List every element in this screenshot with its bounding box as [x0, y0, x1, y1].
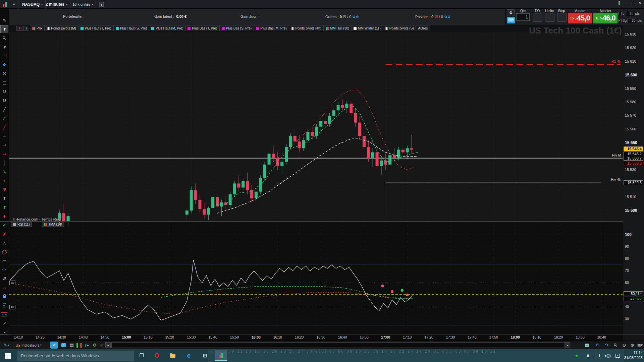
- tool-lock-icon[interactable]: [0, 293, 8, 301]
- chat-button[interactable]: ⋯: [60, 342, 67, 349]
- tool-magnet-icon[interactable]: ∩: [0, 284, 8, 292]
- panel-divider[interactable]: [0, 221, 644, 222]
- stop-order-button[interactable]: ↑↓: [557, 13, 567, 22]
- tool-fibonacci-icon[interactable]: ≡F: [0, 177, 8, 185]
- limit-checkbox[interactable]: [618, 12, 622, 15]
- task-view-button[interactable]: ❐: [136, 350, 147, 361]
- timeframe-dropdown[interactable]: 2 minutes ▾: [43, 0, 70, 9]
- taskbar-edge[interactable]: e: [183, 350, 195, 361]
- search-input[interactable]: Rechercher sur le web et dans Windows: [17, 351, 134, 361]
- chart-canvas[interactable]: R1 4hPiv MPiv 4h: [9, 25, 623, 341]
- layout-button[interactable]: ▦▾: [637, 342, 643, 349]
- tool-copy-icon[interactable]: ❐: [0, 52, 8, 60]
- tool-line-green-icon[interactable]: ╱: [0, 114, 8, 122]
- sell-button[interactable]: 15 5 45,0: [568, 13, 592, 23]
- tool-cross-icon[interactable]: ✘: [0, 230, 8, 238]
- stop-checkbox[interactable]: ✓: [618, 19, 622, 22]
- maximize-button[interactable]: ▢: [631, 1, 634, 5]
- volume-status[interactable]: ◄))): [602, 350, 612, 361]
- tool-rotate-cursor-icon[interactable]: ↺: [0, 275, 8, 283]
- orders-settings-icon[interactable]: ⚙⚙: [352, 15, 359, 19]
- tool-move-icon[interactable]: ✥: [0, 61, 8, 69]
- orderbook-button[interactable]: ❚❚: [76, 342, 83, 349]
- stop-option-row: ✓ Sg 20 pts: [618, 17, 644, 23]
- order-settings-button[interactable]: ⚙: [507, 9, 515, 16]
- goto-date-button[interactable]: ▦: [583, 342, 591, 349]
- tool-dotted-segment-icon[interactable]: ⊸: [0, 319, 8, 327]
- scroll-right-button[interactable]: ▸: [565, 342, 570, 348]
- zoom-fit-button[interactable]: ⚲: [612, 342, 619, 349]
- info-button[interactable]: i: [97, 0, 106, 9]
- time-axis[interactable]: 14:1014:2014:3014:4014:5015:0015:1015:20…: [9, 335, 623, 341]
- tool-pattern-zigzag-icon[interactable]: ∿: [0, 301, 8, 309]
- keyboard-trading-button[interactable]: ⌨: [507, 17, 515, 23]
- time-tick: 18:40: [597, 335, 606, 339]
- history-button[interactable]: ◷: [84, 342, 90, 349]
- tool-hsegment-red-icon[interactable]: ⊸: [0, 150, 8, 158]
- tool-trash-icon[interactable]: [0, 78, 8, 86]
- tray-app-button[interactable]: ◄: [572, 350, 580, 361]
- tool-arrow-up-icon[interactable]: ➜: [0, 203, 8, 212]
- tool-alert-icon[interactable]: Ω: [0, 96, 8, 104]
- indicators-dropdown[interactable]: Indicateurs ▾: [16, 342, 42, 349]
- tray-expand-button[interactable]: ∧: [584, 350, 592, 361]
- redo-button[interactable]: ↷: [603, 342, 610, 349]
- cancel-orders-icon[interactable]: ⊠: [343, 14, 346, 19]
- share-button[interactable]: ⋖: [50, 342, 58, 349]
- tool-hline-icon[interactable]: ─: [0, 132, 8, 140]
- to-order-button[interactable]: ↑↓: [533, 13, 542, 22]
- tool-more-tools-icon[interactable]: ⋯: [0, 328, 8, 336]
- tool-channel-icon[interactable]: ∥: [0, 168, 8, 176]
- zoom-out-button[interactable]: ⊖: [621, 342, 628, 349]
- taskbar-opera[interactable]: O: [151, 350, 162, 361]
- tool-line-white-icon[interactable]: ╱: [0, 105, 8, 113]
- taskbar-explorer[interactable]: [167, 350, 178, 361]
- limit-pts-input[interactable]: 10: [626, 11, 634, 16]
- tool-pitchfork-icon[interactable]: ⋔: [0, 185, 8, 193]
- tool-pattern-zigzag2-icon[interactable]: ∿∿: [0, 310, 8, 318]
- instrument-dropdown[interactable]: NASDAQ ▾: [19, 0, 46, 9]
- report-button[interactable]: ▤: [68, 342, 75, 349]
- backtest-button[interactable]: ⚙: [91, 342, 98, 349]
- position-settings-icon[interactable]: ⚙⚙: [444, 15, 451, 19]
- close-position-icon[interactable]: ⊠: [435, 14, 438, 19]
- chart-scrollbar[interactable]: [111, 342, 565, 348]
- start-button[interactable]: [2, 350, 13, 361]
- tool-hsegment-green-icon[interactable]: ⊸: [0, 141, 8, 149]
- tool-zoom-icon[interactable]: ⚲: [0, 34, 8, 42]
- tool-alert-cursor-icon[interactable]: Ω: [0, 87, 8, 96]
- time-tick: 15:30: [187, 335, 196, 339]
- tool-triangle-icon[interactable]: △: [0, 239, 8, 247]
- buy-button[interactable]: 15 5 46,0: [593, 13, 618, 23]
- tool-pencil-icon[interactable]: ✎: [0, 16, 8, 24]
- minimize-button[interactable]: —: [624, 1, 627, 5]
- draw-tool-button[interactable]: ✎▾: [2, 342, 11, 349]
- collapse-toolbar-button[interactable]: «: [99, 342, 104, 349]
- action-center-button[interactable]: ≡: [613, 350, 622, 361]
- taskbar-clock[interactable]: 17:14 31/08/2023: [624, 350, 643, 360]
- scroll-left-button[interactable]: ◂: [105, 342, 111, 348]
- tool-waves-icon[interactable]: ∿∿: [0, 266, 8, 274]
- price-axis[interactable]: 15 63015 62015 61015 60015 59015 58015 5…: [623, 25, 644, 335]
- tool-rectangle-icon[interactable]: ▭: [0, 257, 8, 265]
- undo-button[interactable]: ↶: [594, 342, 601, 349]
- tool-ruler-icon[interactable]: ▰: [0, 43, 8, 51]
- network-status[interactable]: [593, 350, 602, 361]
- tool-vline-icon[interactable]: │: [0, 159, 8, 167]
- taskbar-trading-app-active[interactable]: [215, 350, 227, 361]
- zoom-in-button[interactable]: ⊕: [629, 342, 636, 349]
- tool-check-icon[interactable]: ✔: [0, 221, 8, 229]
- link-instrument-button[interactable]: ⚭: [9, 0, 18, 9]
- tool-cursor-icon[interactable]: ➤: [0, 25, 8, 33]
- qty-input[interactable]: 1: [516, 13, 530, 21]
- tool-tools-icon[interactable]: ⚒: [0, 70, 8, 78]
- tool-ellipse-icon[interactable]: ◯: [0, 248, 8, 256]
- taskbar-store[interactable]: ⊞: [199, 350, 211, 361]
- tool-line-red-icon[interactable]: ╱: [0, 123, 8, 131]
- tool-arrow-down-icon[interactable]: ➜: [0, 212, 8, 220]
- limit-order-button[interactable]: ↓↑: [545, 13, 554, 22]
- close-button[interactable]: ✕: [639, 1, 641, 5]
- units-dropdown[interactable]: 10 k unités ▾: [70, 0, 96, 9]
- stop-pts-input[interactable]: 20: [628, 18, 636, 23]
- tool-text-icon[interactable]: T: [0, 194, 8, 202]
